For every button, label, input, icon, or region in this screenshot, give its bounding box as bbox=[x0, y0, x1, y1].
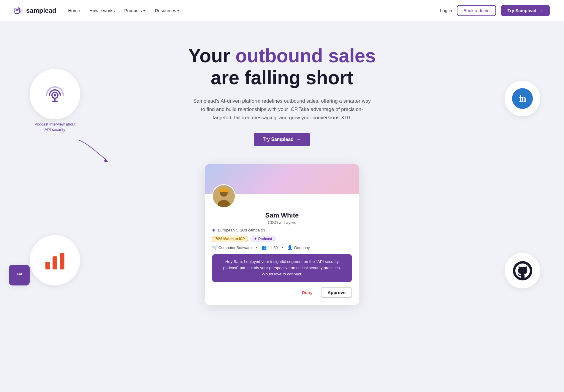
avatar bbox=[212, 184, 236, 208]
card-campaign-row: ◈ European CISOs campaign bbox=[212, 227, 352, 233]
campaign-name: European CISOs campaign bbox=[218, 228, 265, 232]
card-actions: Deny Approve bbox=[212, 287, 352, 298]
size-icon: 👥 bbox=[262, 245, 267, 250]
chart-bar-icon bbox=[43, 250, 67, 271]
podcast-arrow-icon bbox=[76, 137, 111, 164]
nav-resources[interactable]: Resources bbox=[155, 8, 180, 13]
country-icon: 👤 bbox=[287, 245, 292, 250]
card-message: Hey Sam, I enjoyed your insightful segme… bbox=[212, 254, 352, 282]
podcast-badge-icon: ✦ bbox=[254, 237, 257, 241]
nav-how-it-works[interactable]: How it works bbox=[90, 8, 115, 13]
card-person-title: CISO at Layers bbox=[212, 220, 352, 225]
products-chevron-icon bbox=[143, 10, 145, 12]
card-meta-row: 🛒 Computer Software • 👥 11-50 • 👤 German… bbox=[212, 245, 352, 250]
industry-meta: 🛒 Computer Software bbox=[212, 245, 252, 250]
avatar-wrapper bbox=[212, 184, 352, 208]
podcast-svg-icon bbox=[43, 82, 67, 106]
navbar: samplead Home How it works Products Reso… bbox=[0, 0, 564, 21]
linkedin-icon: in bbox=[512, 88, 533, 109]
github-float-icon bbox=[505, 253, 540, 288]
login-button[interactable]: Log in bbox=[440, 8, 452, 13]
approve-button[interactable]: Approve bbox=[321, 287, 352, 298]
size-meta: 👥 11-50 bbox=[262, 245, 278, 250]
deny-button[interactable]: Deny bbox=[297, 287, 317, 298]
podcast-float-icon: Podcast interview about API security bbox=[30, 69, 80, 119]
logo[interactable]: samplead bbox=[14, 6, 56, 15]
badges-row: 70% Match to ICP ✦ Podcast bbox=[212, 236, 352, 242]
hero-headline: Your outbound sales are falling short bbox=[7, 45, 557, 89]
nav-products[interactable]: Products bbox=[124, 8, 145, 13]
try-samplead-button[interactable]: Try Samplead → bbox=[501, 5, 550, 16]
chart-float-icon bbox=[30, 235, 80, 285]
github-icon bbox=[513, 261, 532, 280]
podcast-label: Podcast interview about API security bbox=[34, 122, 76, 132]
nav-home[interactable]: Home bbox=[68, 8, 80, 13]
nav-right: Log in Book a demo Try Samplead → bbox=[440, 5, 550, 16]
svg-rect-13 bbox=[53, 256, 57, 269]
profile-card: Sam White CISO at Layers ◈ European CISO… bbox=[205, 164, 359, 305]
quote-icon: ““ bbox=[17, 271, 22, 279]
nav-links: Home How it works Products Resources bbox=[68, 8, 180, 13]
industry-icon: 🛒 bbox=[212, 245, 217, 250]
avatar-person-icon bbox=[213, 184, 235, 208]
hero-section: Podcast interview about API security in … bbox=[0, 21, 564, 305]
hero-subtext: Samplead's AI-driven platform redefines … bbox=[193, 97, 371, 122]
resources-chevron-icon bbox=[177, 10, 180, 12]
podcast-badge: ✦ Podcast bbox=[251, 236, 275, 242]
card-body: Sam White CISO at Layers ◈ European CISO… bbox=[205, 194, 359, 305]
linkedin-float-icon: in bbox=[505, 81, 540, 116]
country-meta: 👤 Germany bbox=[287, 245, 310, 250]
book-demo-button[interactable]: Book a demo bbox=[457, 5, 496, 16]
svg-rect-12 bbox=[45, 262, 50, 269]
svg-marker-6 bbox=[104, 158, 108, 162]
card-person-name: Sam White bbox=[212, 212, 352, 219]
hero-cta-button[interactable]: Try Samplead → bbox=[254, 133, 310, 146]
profile-card-wrapper: Sam White CISO at Layers ◈ European CISO… bbox=[205, 164, 359, 305]
logo-icon bbox=[14, 6, 24, 15]
campaign-icon: ◈ bbox=[212, 227, 216, 233]
nav-left: samplead Home How it works Products Reso… bbox=[14, 6, 180, 15]
logo-text: samplead bbox=[26, 7, 56, 15]
svg-rect-11 bbox=[219, 189, 228, 192]
svg-point-3 bbox=[54, 94, 56, 96]
quote-float-icon: ““ bbox=[9, 265, 30, 285]
svg-rect-14 bbox=[60, 253, 64, 269]
match-badge: 70% Match to ICP bbox=[212, 236, 248, 242]
